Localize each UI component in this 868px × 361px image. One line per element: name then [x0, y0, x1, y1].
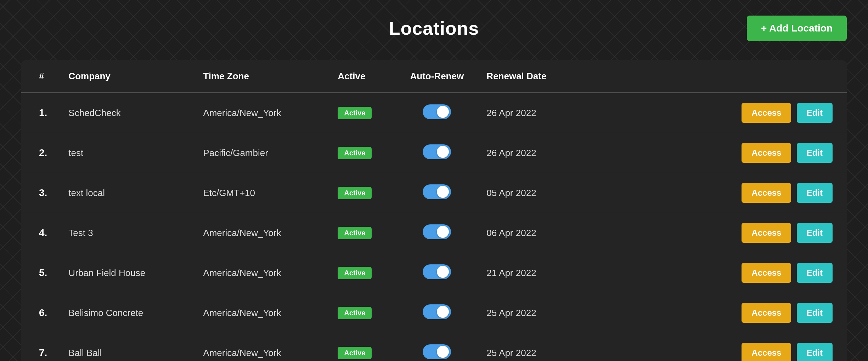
table-header-row: # Company Time Zone Active Auto-Renew Re… — [21, 60, 847, 93]
cell-renewal-date: 25 Apr 2022 — [476, 333, 589, 361]
cell-autorenew — [398, 173, 476, 213]
access-button[interactable]: Access — [742, 143, 791, 163]
cell-active: Active — [327, 333, 398, 361]
cell-timezone: America/New_York — [192, 293, 327, 333]
active-badge: Active — [338, 267, 372, 279]
autorenew-toggle[interactable] — [423, 104, 451, 119]
cell-autorenew — [398, 133, 476, 173]
locations-table: # Company Time Zone Active Auto-Renew Re… — [21, 60, 847, 361]
locations-table-container: # Company Time Zone Active Auto-Renew Re… — [21, 60, 847, 361]
page-title: Locations — [389, 18, 479, 39]
active-badge: Active — [338, 107, 372, 119]
cell-actions: Access Edit — [589, 173, 847, 213]
edit-button[interactable]: Edit — [797, 143, 833, 163]
cell-renewal-date: 26 Apr 2022 — [476, 133, 589, 173]
cell-company: Belisimo Concrete — [58, 293, 192, 333]
cell-renewal-date: 06 Apr 2022 — [476, 213, 589, 253]
edit-button[interactable]: Edit — [797, 303, 833, 323]
cell-timezone: America/New_York — [192, 253, 327, 293]
cell-num: 3. — [21, 173, 58, 213]
cell-active: Active — [327, 253, 398, 293]
cell-active: Active — [327, 93, 398, 133]
autorenew-toggle[interactable] — [423, 344, 451, 359]
cell-timezone: America/New_York — [192, 93, 327, 133]
edit-button[interactable]: Edit — [797, 223, 833, 243]
cell-actions: Access Edit — [589, 133, 847, 173]
page-header: Locations + Add Location — [21, 11, 847, 46]
cell-renewal-date: 25 Apr 2022 — [476, 293, 589, 333]
col-header-renewal: Renewal Date — [476, 60, 589, 93]
cell-num: 7. — [21, 333, 58, 361]
edit-button[interactable]: Edit — [797, 183, 833, 203]
cell-company: Test 3 — [58, 213, 192, 253]
cell-active: Active — [327, 133, 398, 173]
access-button[interactable]: Access — [742, 103, 791, 123]
active-badge: Active — [338, 307, 372, 319]
table-row: 1. SchedCheck America/New_York Active 26… — [21, 93, 847, 133]
table-row: 5. Urban Field House America/New_York Ac… — [21, 253, 847, 293]
page-wrapper: Locations + Add Location # Company Time … — [0, 0, 868, 361]
add-location-button[interactable]: + Add Location — [747, 16, 847, 41]
col-header-company: Company — [58, 60, 192, 93]
cell-active: Active — [327, 213, 398, 253]
cell-autorenew — [398, 213, 476, 253]
access-button[interactable]: Access — [742, 263, 791, 283]
col-header-num: # — [21, 60, 58, 93]
cell-autorenew — [398, 93, 476, 133]
col-header-actions — [589, 60, 847, 93]
autorenew-toggle[interactable] — [423, 304, 451, 319]
cell-num: 2. — [21, 133, 58, 173]
cell-company: SchedCheck — [58, 93, 192, 133]
cell-company: test — [58, 133, 192, 173]
table-row: 3. text local Etc/GMT+10 Active 05 Apr 2… — [21, 173, 847, 213]
cell-actions: Access Edit — [589, 253, 847, 293]
cell-actions: Access Edit — [589, 293, 847, 333]
main-content: Locations + Add Location # Company Time … — [0, 0, 868, 361]
edit-button[interactable]: Edit — [797, 103, 833, 123]
autorenew-toggle[interactable] — [423, 224, 451, 239]
col-header-autorenew: Auto-Renew — [398, 60, 476, 93]
cell-active: Active — [327, 293, 398, 333]
edit-button[interactable]: Edit — [797, 263, 833, 283]
cell-timezone: Etc/GMT+10 — [192, 173, 327, 213]
cell-num: 1. — [21, 93, 58, 133]
cell-actions: Access Edit — [589, 333, 847, 361]
access-button[interactable]: Access — [742, 223, 791, 243]
active-badge: Active — [338, 347, 372, 359]
cell-autorenew — [398, 293, 476, 333]
cell-company: Urban Field House — [58, 253, 192, 293]
cell-renewal-date: 26 Apr 2022 — [476, 93, 589, 133]
table-row: 4. Test 3 America/New_York Active 06 Apr… — [21, 213, 847, 253]
edit-button[interactable]: Edit — [797, 343, 833, 361]
table-row: 6. Belisimo Concrete America/New_York Ac… — [21, 293, 847, 333]
access-button[interactable]: Access — [742, 303, 791, 323]
cell-num: 5. — [21, 253, 58, 293]
cell-renewal-date: 05 Apr 2022 — [476, 173, 589, 213]
cell-num: 4. — [21, 213, 58, 253]
table-row: 7. Ball Ball America/New_York Active 25 … — [21, 333, 847, 361]
cell-autorenew — [398, 253, 476, 293]
cell-num: 6. — [21, 293, 58, 333]
cell-company: text local — [58, 173, 192, 213]
autorenew-toggle[interactable] — [423, 184, 451, 199]
autorenew-toggle[interactable] — [423, 144, 451, 159]
cell-company: Ball Ball — [58, 333, 192, 361]
active-badge: Active — [338, 147, 372, 159]
autorenew-toggle[interactable] — [423, 264, 451, 279]
cell-active: Active — [327, 173, 398, 213]
cell-actions: Access Edit — [589, 93, 847, 133]
col-header-active: Active — [327, 60, 398, 93]
access-button[interactable]: Access — [742, 183, 791, 203]
col-header-timezone: Time Zone — [192, 60, 327, 93]
access-button[interactable]: Access — [742, 343, 791, 361]
table-row: 2. test Pacific/Gambier Active 26 Apr 20… — [21, 133, 847, 173]
cell-renewal-date: 21 Apr 2022 — [476, 253, 589, 293]
active-badge: Active — [338, 187, 372, 199]
active-badge: Active — [338, 227, 372, 239]
cell-autorenew — [398, 333, 476, 361]
cell-timezone: Pacific/Gambier — [192, 133, 327, 173]
table-body: 1. SchedCheck America/New_York Active 26… — [21, 93, 847, 361]
cell-timezone: America/New_York — [192, 333, 327, 361]
cell-actions: Access Edit — [589, 213, 847, 253]
cell-timezone: America/New_York — [192, 213, 327, 253]
